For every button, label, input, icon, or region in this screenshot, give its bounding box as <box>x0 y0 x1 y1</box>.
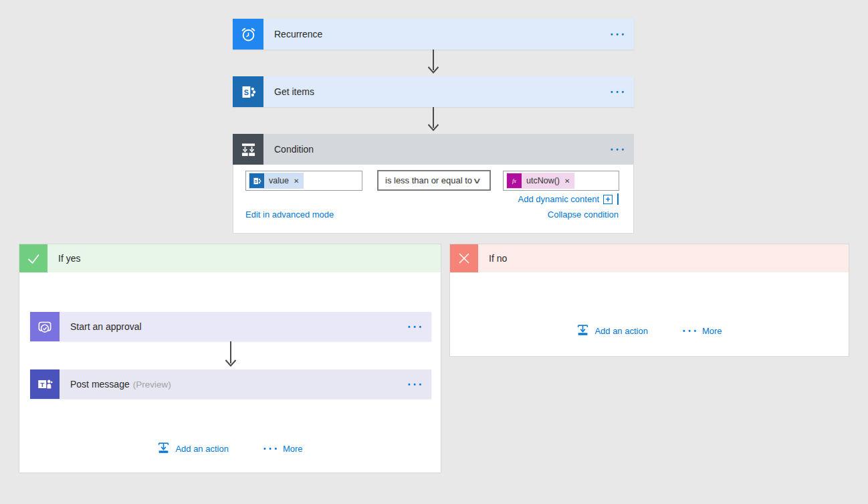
preview-badge: (Preview) <box>133 380 171 390</box>
condition-card-header[interactable]: Condition • • • <box>233 134 634 165</box>
if-yes-title: If yes <box>58 253 80 264</box>
pill-label: value <box>269 176 289 185</box>
x-icon <box>450 244 478 272</box>
condition-title: Condition <box>274 144 314 155</box>
more-button[interactable]: More <box>702 326 722 336</box>
chevron-down-icon: ∨ <box>473 176 482 185</box>
sharepoint-icon: S <box>233 76 263 107</box>
teams-icon: T <box>30 369 60 399</box>
recurrence-clock-icon <box>233 19 263 50</box>
start-approval-title: Start an approval <box>70 321 142 332</box>
condition-branch-icon <box>233 134 263 165</box>
condition-right-operand-input[interactable]: fx utcNow() ✕ <box>503 171 619 191</box>
expression-pill-utcnow[interactable]: fx utcNow() ✕ <box>506 173 574 189</box>
if-no-branch: If no Add an action • • • More <box>449 244 849 357</box>
if-yes-header[interactable]: If yes <box>19 244 441 272</box>
get-items-card[interactable]: S Get items • • • <box>233 76 634 107</box>
edit-advanced-mode-link[interactable]: Edit in advanced mode <box>245 209 334 220</box>
svg-text:S: S <box>254 179 257 183</box>
svg-text:fx: fx <box>512 178 516 184</box>
start-approval-card[interactable]: Start an approval • • • <box>30 312 431 341</box>
remove-pill-icon[interactable]: ✕ <box>564 177 570 185</box>
connector-arrow <box>426 107 441 134</box>
connector-arrow <box>223 341 238 369</box>
add-an-action-button[interactable]: Add an action <box>594 326 648 336</box>
add-an-action-button[interactable]: Add an action <box>175 444 229 454</box>
recurrence-card[interactable]: Recurrence • • • <box>233 19 634 50</box>
flow-designer-canvas: Recurrence • • • S Get items • • • <box>0 0 868 504</box>
post-message-title: Post message <box>70 379 130 390</box>
get-items-title: Get items <box>274 86 314 97</box>
add-action-icon <box>157 441 170 456</box>
sharepoint-icon: S <box>249 173 264 188</box>
more-dots-icon[interactable]: • • • <box>263 445 278 452</box>
svg-text:T: T <box>40 381 44 388</box>
condition-left-operand-input[interactable]: S value ✕ <box>245 171 362 191</box>
if-no-title: If no <box>489 253 507 264</box>
add-dynamic-content-label[interactable]: Add dynamic content <box>518 194 599 204</box>
more-menu-icon[interactable]: • • • <box>611 88 625 96</box>
svg-text:S: S <box>243 88 248 96</box>
operator-selected-value: is less than or equal to <box>385 175 474 185</box>
if-no-header[interactable]: If no <box>450 244 849 272</box>
more-menu-icon[interactable]: • • • <box>611 146 625 153</box>
if-yes-add-action-row: Add an action • • • More <box>19 441 441 456</box>
pill-label: utcNow() <box>526 176 560 185</box>
text-cursor-icon <box>617 193 619 205</box>
connector-arrow <box>426 50 441 76</box>
recurrence-title: Recurrence <box>274 29 322 39</box>
check-icon <box>19 244 47 272</box>
add-icon: + <box>603 195 613 204</box>
if-yes-branch: If yes Start an approval • • • T <box>19 244 441 473</box>
more-menu-icon[interactable]: • • • <box>408 323 422 331</box>
if-no-add-action-row: Add an action • • • More <box>450 323 849 339</box>
more-menu-icon[interactable]: • • • <box>611 31 625 38</box>
add-action-icon <box>576 323 589 339</box>
post-message-card[interactable]: T Post message (Preview) • • • <box>30 369 431 399</box>
dynamic-content-pill-value[interactable]: S value ✕ <box>249 173 304 189</box>
condition-operator-dropdown[interactable]: is less than or equal to ∨ <box>377 170 491 191</box>
fx-expression-icon: fx <box>507 173 522 188</box>
collapse-condition-link[interactable]: Collapse condition <box>548 209 619 220</box>
more-button[interactable]: More <box>283 444 303 454</box>
condition-card-body: S value ✕ is less than or equal to ∨ fx <box>233 165 634 234</box>
add-dynamic-content-link[interactable]: Add dynamic content + <box>518 193 619 205</box>
approvals-icon <box>30 312 60 341</box>
more-menu-icon[interactable]: • • • <box>408 381 422 388</box>
remove-pill-icon[interactable]: ✕ <box>294 177 299 185</box>
more-dots-icon[interactable]: • • • <box>683 327 697 335</box>
